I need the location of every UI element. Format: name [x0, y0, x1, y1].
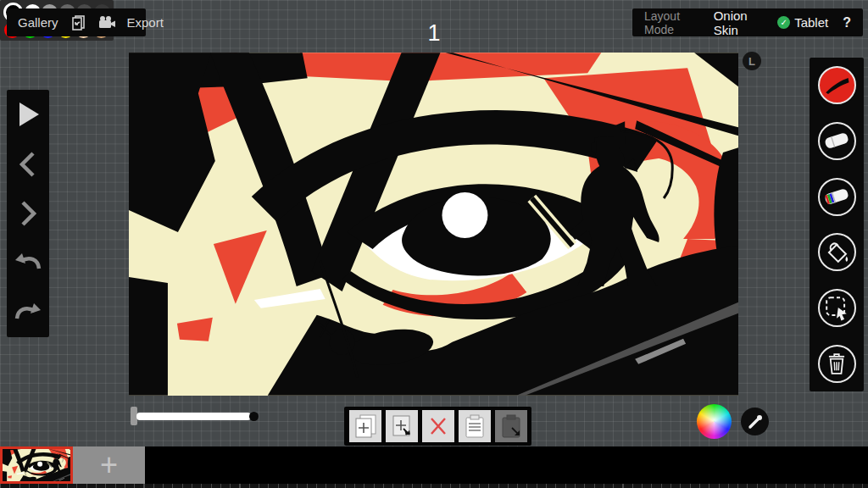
- tablet-label: Tablet: [794, 15, 828, 30]
- copy-frame-button[interactable]: [349, 410, 381, 442]
- brush-icon: [820, 69, 854, 103]
- brush-size-slider-dot[interactable]: [249, 412, 259, 421]
- paint-bucket-icon: [820, 236, 854, 269]
- canvas-artwork: [129, 53, 738, 396]
- marker-eraser-icon: [820, 180, 854, 214]
- paint-bucket-tool-button[interactable]: [818, 233, 856, 271]
- paste-frame-button[interactable]: [459, 410, 491, 442]
- eyedropper-button[interactable]: [741, 408, 769, 435]
- timeline-ruler[interactable]: [0, 484, 868, 488]
- trash-icon: [820, 347, 854, 380]
- copy-frame-arrow-icon: [388, 413, 415, 440]
- previous-frame-button[interactable]: [11, 147, 45, 181]
- video-camera-icon[interactable]: [97, 15, 116, 30]
- frame-thumbnail-artwork: [3, 449, 70, 481]
- paste-frame-insert-button[interactable]: [495, 410, 527, 442]
- undo-button[interactable]: [11, 246, 45, 280]
- delete-frame-button[interactable]: [422, 410, 454, 442]
- copy-frame-insert-button[interactable]: [386, 410, 418, 442]
- frame-clipboard-toolbar: [344, 407, 531, 446]
- next-frame-button[interactable]: [11, 197, 45, 230]
- eraser-tool-button[interactable]: [818, 122, 856, 160]
- timeline-bar: +: [0, 446, 868, 488]
- layer-badge[interactable]: L: [743, 52, 761, 70]
- layout-mode-button[interactable]: Layout Mode: [644, 9, 699, 36]
- gallery-stack-icon[interactable]: [70, 14, 86, 31]
- top-right-toolbar: Layout Mode Onion Skin ✓ Tablet ?: [632, 8, 863, 36]
- gallery-button[interactable]: Gallery: [18, 15, 58, 30]
- redo-icon: [13, 300, 43, 325]
- top-left-toolbar: Gallery Export: [7, 8, 146, 36]
- export-button[interactable]: Export: [127, 15, 164, 30]
- marker-eraser-tool-button[interactable]: [818, 178, 856, 216]
- selection-tool-button[interactable]: [818, 289, 856, 327]
- tablet-toggle[interactable]: ✓ Tablet: [777, 15, 828, 30]
- tools-toolbar: [810, 58, 864, 391]
- check-circle-icon: ✓: [777, 16, 790, 29]
- clipboard-icon: [461, 413, 488, 440]
- help-button[interactable]: ?: [843, 15, 851, 30]
- chevron-left-icon: [15, 150, 41, 179]
- redo-button[interactable]: [11, 296, 45, 330]
- undo-icon: [13, 250, 43, 275]
- eyedropper-icon: [746, 413, 765, 431]
- red-x-icon: [425, 413, 452, 440]
- drawing-canvas[interactable]: [129, 53, 738, 396]
- play-button[interactable]: [11, 97, 45, 131]
- onion-skin-button[interactable]: Onion Skin: [714, 8, 764, 37]
- play-icon: [14, 100, 42, 129]
- eraser-icon: [820, 124, 854, 158]
- clipboard-arrow-icon: [498, 413, 525, 440]
- frame-number-label: 1: [383, 20, 485, 47]
- frame-thumbnail-1[interactable]: [0, 446, 73, 484]
- selection-icon: [820, 291, 854, 324]
- copy-frame-icon: [352, 413, 379, 440]
- delete-tool-button[interactable]: [818, 345, 856, 383]
- chevron-right-icon: [15, 199, 41, 228]
- add-frame-button[interactable]: +: [73, 446, 145, 484]
- brush-size-slider[interactable]: [136, 413, 251, 420]
- color-wheel[interactable]: [697, 404, 732, 439]
- brush-tool-button[interactable]: [818, 66, 856, 104]
- playback-toolbar: [7, 90, 49, 337]
